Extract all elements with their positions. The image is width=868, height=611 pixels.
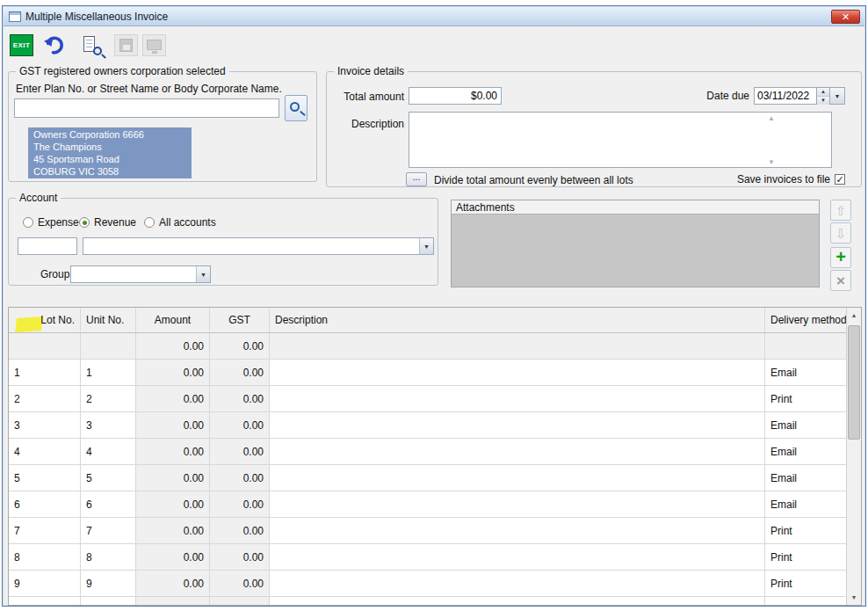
cell-lot-no[interactable]: 9 [9,571,81,597]
cell-delivery-method[interactable] [765,333,847,360]
cell-gst[interactable]: 0.00 [210,518,270,544]
cell-lot-no[interactable]: 4 [9,439,81,465]
cell-gst[interactable]: 0.00 [210,571,270,597]
date-spinner-down-button[interactable]: ▼ [817,97,829,105]
owners-corporation-selection[interactable]: Owners Corporation 6666 The Champions 45… [28,127,192,178]
group-combo[interactable]: ▼ [70,265,211,283]
cell-delivery-method[interactable]: Email [765,412,847,439]
cell-amount[interactable]: 0.00 [136,491,210,518]
cell-amount[interactable]: 0.00 [136,360,210,386]
divide-ellipsis-button[interactable]: ... [406,172,427,186]
cell-delivery-method[interactable]: Print [765,386,847,412]
radio-revenue[interactable]: Revenue [79,216,136,229]
attachments-panel[interactable]: Attachments [451,200,820,287]
cell-gst[interactable]: 0.00 [210,360,270,386]
cell-description[interactable] [270,465,765,491]
cell-amount[interactable]: 0.00 [136,386,210,412]
cell-lot-no[interactable]: 3 [9,412,81,439]
close-button[interactable]: ✕ [831,10,860,24]
radio-all-accounts[interactable]: All accounts [144,216,216,229]
cell-description[interactable] [270,439,765,465]
cell-description[interactable] [270,491,765,518]
cell-description[interactable] [270,544,765,571]
cell-amount[interactable]: 0.00 [136,518,210,544]
table-row[interactable]: 0.00 0.00 [9,333,861,360]
table-row[interactable]: 4 4 0.00 0.00 Email [9,439,861,465]
cell-unit-no[interactable]: 3 [81,412,136,439]
attachment-move-up-button[interactable]: ⇧ [830,200,851,221]
cell-gst[interactable]: 0.00 [210,465,270,491]
cell-lot-no[interactable]: 2 [9,386,81,412]
cell-lot-no[interactable]: 7 [9,518,81,544]
cell-unit-no[interactable]: 5 [81,465,136,491]
cell-unit-no[interactable]: 4 [81,439,136,465]
cell-gst[interactable]: 0.00 [210,412,270,439]
attachment-add-button[interactable]: + [830,247,851,268]
scrollbar-thumb[interactable] [848,325,860,440]
attachment-move-down-button[interactable]: ⇩ [830,222,851,244]
cell-gst[interactable]: 0.00 [210,544,270,571]
date-due-input[interactable] [754,87,817,105]
cell-lot-no[interactable]: 8 [9,544,81,571]
cell-description[interactable] [270,333,765,360]
title-bar[interactable]: Multiple Miscellaneous Invoice ✕ [4,7,864,26]
cell-delivery-method[interactable]: Print [765,518,847,544]
cell-amount[interactable]: 0.00 [136,544,210,571]
cell-unit-no[interactable]: 8 [81,544,136,571]
account-code-input[interactable] [18,237,77,255]
cell-lot-no[interactable] [9,333,81,360]
save-invoices-checkbox[interactable]: ✓ [835,174,845,185]
cell-lot-no[interactable]: 5 [9,465,81,491]
cell-delivery-method[interactable]: Email [765,360,847,386]
radio-expense[interactable]: Expense [23,216,79,229]
table-row[interactable]: 9 9 0.00 0.00 Print [9,571,861,597]
cell-delivery-method[interactable]: Email [765,465,847,491]
cell-gst[interactable]: 0.00 [210,386,270,412]
cell-amount[interactable]: 0.00 [136,439,210,465]
undo-button[interactable] [41,33,68,56]
cell-description[interactable] [270,518,765,544]
cell-gst[interactable]: 0.00 [210,491,270,518]
table-row[interactable]: 2 2 0.00 0.00 Print [9,386,861,412]
cell-delivery-method[interactable]: Print [765,544,847,571]
cell-lot-no[interactable]: 1 [9,360,81,386]
cell-amount[interactable]: 0.00 [136,571,210,597]
table-row[interactable]: 1 1 0.00 0.00 Email [9,360,861,386]
cell-unit-no[interactable]: 7 [81,518,136,544]
description-scroll-down-button[interactable]: ▼ [768,159,775,166]
cell-delivery-method[interactable]: Print [765,571,847,597]
cell-description[interactable] [270,571,765,597]
cell-description[interactable] [270,386,765,412]
cell-delivery-method[interactable]: Email [765,491,847,518]
plan-search-input[interactable] [14,98,279,118]
cell-lot-no[interactable]: 6 [9,491,81,518]
table-row[interactable]: 5 5 0.00 0.00 Email [9,465,861,491]
cell-description[interactable] [270,412,765,439]
cell-gst[interactable]: 0.00 [210,439,270,465]
total-amount-input[interactable] [409,87,502,105]
cell-description[interactable] [270,360,765,386]
cell-unit-no[interactable] [81,333,136,360]
scrollbar-up-button[interactable]: ▲ [847,308,861,323]
cell-unit-no[interactable]: 6 [81,491,136,518]
date-dropdown-button[interactable]: ▼ [830,87,845,105]
scrollbar-down-button[interactable]: ▼ [847,590,861,605]
table-row[interactable]: 3 3 0.00 0.00 Email [9,412,861,439]
search-button[interactable] [285,95,307,121]
cell-amount[interactable]: 0.00 [136,412,210,439]
cell-unit-no[interactable]: 1 [81,360,136,386]
group-combo-arrow[interactable]: ▼ [196,266,210,282]
attachment-remove-button[interactable]: × [830,270,851,291]
table-row[interactable]: 8 8 0.00 0.00 Print [9,544,861,571]
print-preview-button[interactable] [80,33,103,56]
date-spinner-up-button[interactable]: ▲ [817,88,829,97]
account-combo-arrow[interactable]: ▼ [419,238,433,254]
cell-delivery-method[interactable]: Email [765,439,847,465]
account-combo[interactable]: ▼ [83,237,434,255]
description-scroll-up-button[interactable]: ▲ [768,115,775,122]
cell-amount[interactable]: 0.00 [136,465,210,491]
cell-gst[interactable]: 0.00 [210,333,270,360]
cell-amount[interactable]: 0.00 [136,333,210,360]
table-row[interactable]: 7 7 0.00 0.00 Print [9,518,861,544]
table-row[interactable]: 6 6 0.00 0.00 Email [9,491,861,518]
